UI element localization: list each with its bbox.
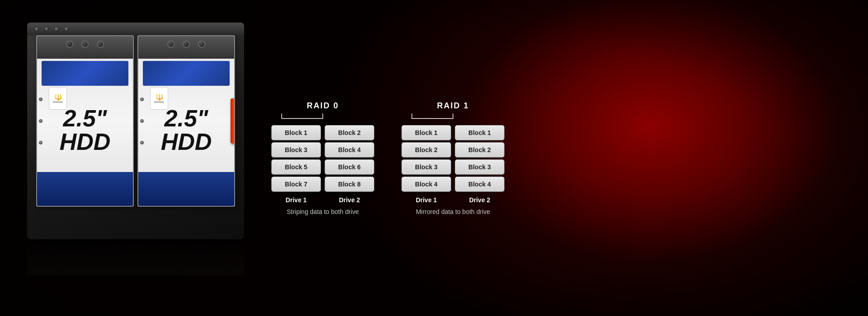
hdd2-label-area: 🔱 FRAGILE xyxy=(143,61,230,86)
raid1-drive1-col: Block 1 Block 2 Block 3 Block 4 Drive 1 xyxy=(401,125,451,204)
raid0-title: RAID 0 xyxy=(307,101,339,111)
hdd-drive-1: 🔱 FRAGILE 2.5" HDD xyxy=(36,35,134,207)
hdd1-label-area: 🔱 FRAGILE xyxy=(42,61,128,86)
hdd2-side-screw-1 xyxy=(140,98,144,101)
raid0-drive1-col: Block 1 Block 3 Block 5 Block 7 Drive 1 xyxy=(271,125,321,204)
drive-handle xyxy=(231,98,235,144)
raid1-d1-block2: Block 2 xyxy=(401,142,451,158)
raid0-drive2-label: Drive 2 xyxy=(339,196,360,204)
raid0-drive2-col: Block 2 Block 4 Block 6 Block 8 Drive 2 xyxy=(325,125,374,204)
screw-3 xyxy=(54,27,59,31)
raid0-d1-block4: Block 7 xyxy=(271,177,321,192)
main-content: 🔱 FRAGILE 2.5" HDD xyxy=(0,0,868,316)
raid1-drive2-label: Drive 2 xyxy=(469,196,491,204)
raid1-drive1-label: Drive 1 xyxy=(416,196,437,204)
hdd1-side-screw-1 xyxy=(39,98,42,101)
raid1-d2-block1: Block 1 xyxy=(455,125,505,140)
hdd2-bottom-stripe xyxy=(138,172,234,206)
screw-1 xyxy=(34,27,39,31)
hdd1-size: 2.5" xyxy=(63,107,107,130)
raid0-d2-block2: Block 4 xyxy=(325,142,374,158)
raid0-drive-columns: Block 1 Block 3 Block 5 Block 7 Drive 1 … xyxy=(271,125,374,204)
hdd-section: 🔱 FRAGILE 2.5" HDD xyxy=(0,0,253,316)
raid1-d1-block1: Block 1 xyxy=(401,125,451,140)
hdd1-fragile-text: FRAGILE xyxy=(53,101,62,103)
screw-2 xyxy=(44,27,49,31)
raid0-d1-block3: Block 5 xyxy=(271,159,321,175)
raid1-d2-block3: Block 3 xyxy=(455,159,505,175)
hdd-enclosure: 🔱 FRAGILE 2.5" HDD xyxy=(27,23,244,275)
raid0-title-row: RAID 0 xyxy=(278,101,368,121)
hdd2-side-screw-3 xyxy=(140,141,144,144)
enclosure-frame: 🔱 FRAGILE 2.5" HDD xyxy=(27,23,244,239)
raid0-d2-block1: Block 2 xyxy=(325,125,374,140)
raid1-d1-block3: Block 3 xyxy=(401,159,451,175)
raid0-description: Striping data to both drive xyxy=(287,208,359,215)
hdd2-fragile-label: 🔱 FRAGILE xyxy=(150,87,168,110)
hdd1-dot-1 xyxy=(66,41,73,48)
raid1-d1-block4: Block 4 xyxy=(401,177,451,192)
hdd1-fragile-label: 🔱 FRAGILE xyxy=(49,87,67,110)
raid1-group: RAID 1 Block 1 Block 2 Block 3 Block 4 xyxy=(401,101,505,215)
hdd2-size: 2.5" xyxy=(165,107,208,130)
hdd1-side-screw-3 xyxy=(39,141,42,144)
raid0-d1-block2: Block 3 xyxy=(271,142,321,158)
enclosure-reflection xyxy=(27,239,244,275)
enclosure-top-bar xyxy=(27,23,244,35)
raid1-drive2-col: Block 1 Block 2 Block 3 Block 4 Drive 2 xyxy=(455,125,505,204)
raid1-title: RAID 1 xyxy=(437,101,469,111)
hdd1-side-screw-2 xyxy=(39,119,42,123)
hdd2-side-screw-2 xyxy=(140,119,144,123)
raid-section: RAID 0 Block 1 Block 3 Block 5 Block 7 xyxy=(253,74,868,242)
raid1-bracket xyxy=(408,112,498,120)
hdd1-fragile-icon: 🔱 xyxy=(54,93,62,101)
hdd2-dot-1 xyxy=(167,41,175,48)
raid1-drive-columns: Block 1 Block 2 Block 3 Block 4 Drive 1 … xyxy=(401,125,505,204)
hdd2-type: HDD xyxy=(161,130,212,153)
hdd1-type: HDD xyxy=(60,130,111,153)
hdd2-dot-3 xyxy=(198,41,205,48)
raid1-description: Mirrored data to both drive xyxy=(416,208,490,215)
raid0-d2-block4: Block 8 xyxy=(325,177,374,192)
raid1-d2-block4: Block 4 xyxy=(455,177,505,192)
hdd1-screws xyxy=(39,98,42,144)
screw-4 xyxy=(64,27,69,31)
hdd1-dot-2 xyxy=(81,41,89,48)
hdd2-dot-2 xyxy=(183,41,190,48)
hdd2-fragile-icon: 🔱 xyxy=(156,93,163,101)
hdd2-top-dots xyxy=(167,41,205,48)
raid0-d1-block1: Block 1 xyxy=(271,125,321,140)
hdd1-top-dots xyxy=(66,41,104,48)
hdd2-fragile-text: FRAGILE xyxy=(154,101,164,103)
raid0-group: RAID 0 Block 1 Block 3 Block 5 Block 7 xyxy=(271,101,374,215)
raid0-d2-block3: Block 6 xyxy=(325,159,374,175)
raids-wrapper: RAID 0 Block 1 Block 3 Block 5 Block 7 xyxy=(271,101,505,215)
hdd1-dot-3 xyxy=(97,41,104,48)
hdd-drive-2: 🔱 FRAGILE 2.5" HDD xyxy=(137,35,235,207)
hdd1-bottom-stripe xyxy=(37,172,133,206)
raid0-drive1-label: Drive 1 xyxy=(286,196,307,204)
raid1-title-row: RAID 1 xyxy=(408,101,498,121)
raid1-d2-block2: Block 2 xyxy=(455,142,505,158)
raid0-bracket xyxy=(278,112,368,120)
hdd2-screws xyxy=(140,98,144,144)
